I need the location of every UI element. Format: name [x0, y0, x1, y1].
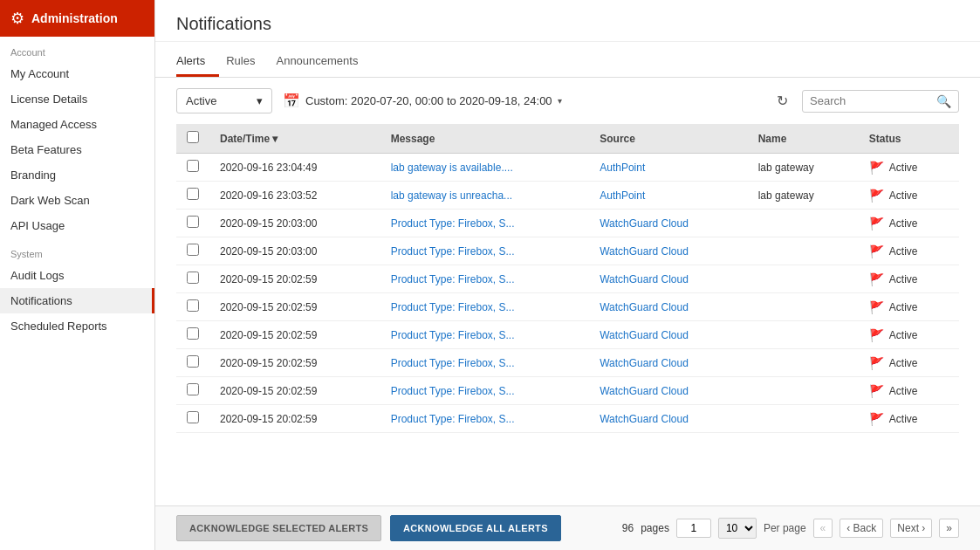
row-message-1: lab gateway is unreacha...	[380, 182, 590, 210]
table-row: 2020-09-15 20:02:59 Product Type: Firebo…	[176, 349, 959, 377]
sidebar-section-system: System Audit Logs Notifications Schedule…	[0, 238, 154, 339]
row-message-8: Product Type: Firebox, S...	[380, 377, 590, 405]
per-page-select[interactable]: 10 25 50	[718, 518, 757, 539]
table-row: 2020-09-15 20:03:00 Product Type: Firebo…	[176, 237, 959, 265]
sidebar-item-license-details[interactable]: License Details	[0, 86, 154, 112]
row-checkbox-cell	[176, 321, 209, 349]
row-name-4	[748, 265, 859, 293]
row-status-6: 🚩 Active	[859, 321, 959, 349]
row-checkbox-cell	[176, 182, 209, 210]
row-message-4: Product Type: Firebox, S...	[380, 265, 590, 293]
table-header-row: Date/Time ▾ Message Source Name Status	[176, 124, 959, 154]
table-row: 2020-09-16 23:04:49 lab gateway is avail…	[176, 154, 959, 182]
row-checkbox-7[interactable]	[187, 355, 199, 368]
sidebar-item-my-account[interactable]: My Account	[0, 61, 154, 86]
message-link-6[interactable]: Product Type: Firebox, S...	[391, 329, 515, 341]
status-text-8: Active	[889, 385, 918, 397]
alerts-table-container: Date/Time ▾ Message Source Name Status 2…	[155, 124, 980, 505]
current-page-input[interactable]	[676, 519, 711, 538]
message-link-3[interactable]: Product Type: Firebox, S...	[391, 245, 515, 258]
status-text-6: Active	[889, 329, 918, 341]
first-page-button[interactable]: «	[813, 519, 833, 538]
row-checkbox-1[interactable]	[187, 188, 199, 200]
row-datetime-0: 2020-09-16 23:04:49	[209, 154, 380, 182]
alerts-table: Date/Time ▾ Message Source Name Status 2…	[176, 124, 959, 433]
refresh-icon: ↻	[777, 93, 788, 108]
row-source-0: AuthPoint	[589, 154, 747, 182]
sidebar-item-dark-web-scan[interactable]: Dark Web Scan	[0, 188, 154, 213]
message-link-4[interactable]: Product Type: Firebox, S...	[391, 273, 515, 285]
last-page-button[interactable]: »	[939, 519, 959, 538]
message-link-1[interactable]: lab gateway is unreacha...	[391, 189, 512, 202]
sidebar-item-branding[interactable]: Branding	[0, 162, 154, 188]
select-all-checkbox[interactable]	[187, 131, 199, 143]
refresh-button[interactable]: ↻	[773, 89, 792, 113]
sidebar-item-audit-logs[interactable]: Audit Logs	[0, 263, 154, 288]
row-name-8	[748, 377, 859, 405]
row-name-9	[748, 405, 859, 433]
row-source-8: WatchGuard Cloud	[589, 377, 747, 405]
tab-alerts[interactable]: Alerts	[176, 45, 219, 77]
message-link-0[interactable]: lab gateway is available....	[391, 162, 513, 174]
row-checkbox-2[interactable]	[187, 216, 199, 228]
per-page-label: Per page	[764, 522, 806, 534]
row-status-9: 🚩 Active	[859, 405, 959, 433]
table-row: 2020-09-15 20:02:59 Product Type: Firebo…	[176, 377, 959, 405]
row-source-5: WatchGuard Cloud	[589, 293, 747, 321]
message-link-7[interactable]: Product Type: Firebox, S...	[391, 357, 515, 369]
row-source-1: AuthPoint	[589, 182, 747, 210]
tabs-bar: Alerts Rules Announcements	[155, 45, 980, 78]
row-source-4: WatchGuard Cloud	[589, 265, 747, 293]
sidebar-item-api-usage[interactable]: API Usage	[0, 213, 154, 238]
main-content: Notifications Alerts Rules Announcements…	[155, 0, 980, 550]
row-status-3: 🚩 Active	[859, 237, 959, 265]
message-link-9[interactable]: Product Type: Firebox, S...	[391, 413, 515, 425]
row-message-3: Product Type: Firebox, S...	[380, 237, 590, 265]
date-range-filter[interactable]: 📅 Custom: 2020-07-20, 00:00 to 2020-09-1…	[283, 93, 562, 109]
status-text-7: Active	[889, 357, 918, 369]
section-label-system: System	[0, 238, 154, 263]
col-datetime[interactable]: Date/Time ▾	[209, 124, 380, 154]
row-message-7: Product Type: Firebox, S...	[380, 349, 590, 377]
ack-all-button[interactable]: ACKNOWLEDGE ALL ALERTS	[390, 515, 561, 541]
tab-rules[interactable]: Rules	[226, 45, 269, 77]
flag-icon-3: 🚩	[869, 244, 884, 258]
tab-announcements[interactable]: Announcements	[276, 45, 372, 77]
message-link-5[interactable]: Product Type: Firebox, S...	[391, 301, 515, 313]
row-message-2: Product Type: Firebox, S...	[380, 210, 590, 237]
calendar-icon: 📅	[283, 93, 300, 109]
flag-icon-4: 🚩	[869, 272, 884, 286]
sidebar-section-account: Account My Account License Details Manag…	[0, 37, 154, 238]
status-text-2: Active	[889, 217, 918, 230]
row-status-1: 🚩 Active	[859, 182, 959, 210]
status-selected: Active	[186, 94, 216, 107]
row-checkbox-8[interactable]	[187, 383, 199, 395]
row-checkbox-6[interactable]	[187, 327, 199, 340]
search-icon: 🔍	[936, 94, 951, 108]
row-checkbox-5[interactable]	[187, 299, 199, 312]
pages-label: pages	[641, 522, 669, 534]
row-name-5	[748, 293, 859, 321]
col-status: Status	[859, 124, 959, 154]
row-checkbox-0[interactable]	[187, 160, 199, 172]
row-checkbox-9[interactable]	[187, 411, 199, 423]
sidebar-item-scheduled-reports[interactable]: Scheduled Reports	[0, 313, 154, 339]
next-page-button[interactable]: Next ›	[890, 519, 932, 538]
sidebar-item-notifications[interactable]: Notifications	[0, 288, 154, 313]
search-input[interactable]	[810, 94, 936, 107]
row-source-6: WatchGuard Cloud	[589, 321, 747, 349]
date-chevron-icon: ▾	[558, 96, 562, 106]
status-dropdown[interactable]: Active ▾	[176, 88, 272, 113]
row-checkbox-4[interactable]	[187, 272, 199, 284]
prev-page-button[interactable]: ‹ Back	[840, 519, 883, 538]
sidebar-item-beta-features[interactable]: Beta Features	[0, 137, 154, 162]
ack-selected-button[interactable]: ACKNOWLEDGE SELECTED ALERTS	[176, 515, 381, 541]
row-name-7	[748, 349, 859, 377]
message-link-2[interactable]: Product Type: Firebox, S...	[391, 217, 515, 230]
sidebar-item-managed-access[interactable]: Managed Access	[0, 112, 154, 137]
row-checkbox-3[interactable]	[187, 244, 199, 256]
sidebar-header[interactable]: ⚙ Administration	[0, 0, 154, 37]
flag-icon-9: 🚩	[869, 412, 884, 426]
row-datetime-2: 2020-09-15 20:03:00	[209, 210, 380, 237]
message-link-8[interactable]: Product Type: Firebox, S...	[391, 385, 515, 397]
